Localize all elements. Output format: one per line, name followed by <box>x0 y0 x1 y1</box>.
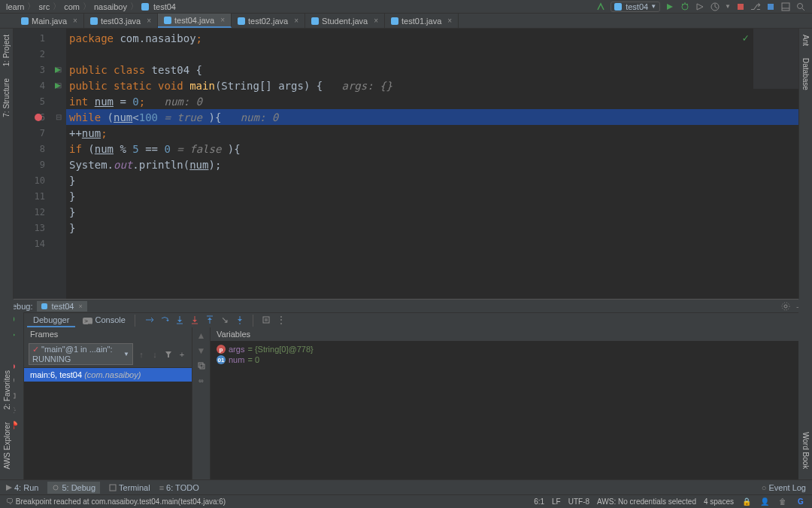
tab-test01[interactable]: test01.java× <box>385 14 459 28</box>
run-gutter-icon[interactable] <box>54 82 62 90</box>
tab-test04[interactable]: test04.java× <box>158 14 232 28</box>
tab-test02[interactable]: test02.java× <box>232 14 305 28</box>
run-config-selector[interactable]: test04 ▼ <box>611 2 660 12</box>
tab-student[interactable]: Student.java× <box>305 14 385 28</box>
evaluate-icon[interactable] <box>261 315 271 325</box>
gutter[interactable]: 1 2 3 4 5 6 7 8 9 10 11 12 13 14 <box>14 29 51 299</box>
lock-icon[interactable]: 🔒 <box>741 497 752 507</box>
run-icon[interactable] <box>665 2 675 12</box>
close-icon[interactable]: × <box>220 16 225 24</box>
current-execution-line: while (num<100 = true ){ num: 0 <box>66 109 798 125</box>
show-exec-icon[interactable] <box>144 315 155 325</box>
stack-frame[interactable]: main:6, test04 (com.nasaiboy) <box>24 368 192 382</box>
btab-run[interactable]: 4: Run <box>6 482 38 494</box>
encoding[interactable]: UTF-8 <box>568 497 589 506</box>
coverage-icon[interactable] <box>695 2 705 12</box>
class-icon <box>21 17 29 25</box>
sidebar-structure[interactable]: 7: Structure <box>2 75 11 120</box>
git-icon[interactable]: ⎇ <box>750 2 761 12</box>
close-icon[interactable]: × <box>73 17 77 25</box>
step-out-icon[interactable] <box>205 315 215 325</box>
inspector-icon[interactable]: 👤 <box>759 497 770 507</box>
sidebar-wordbook[interactable]: Word Book <box>801 429 810 472</box>
variable-row[interactable]: 01 num = 0 <box>217 354 806 365</box>
class-icon <box>391 17 398 25</box>
svg-point-11 <box>784 305 787 308</box>
force-step-into-icon[interactable] <box>189 315 200 325</box>
close-icon[interactable]: × <box>294 17 298 25</box>
cursor-position[interactable]: 6:1 <box>534 497 544 506</box>
svg-rect-40 <box>110 485 116 491</box>
svg-rect-7 <box>782 3 789 11</box>
infinity-icon[interactable]: ∞ <box>196 376 207 386</box>
class-icon <box>164 17 171 24</box>
up-icon[interactable]: ▲ <box>196 330 207 341</box>
trace-icon[interactable]: ⋮ <box>276 315 286 325</box>
line-separator[interactable]: LF <box>552 497 561 506</box>
tab-test03[interactable]: test03.java× <box>84 14 158 28</box>
code-editor[interactable]: 1 2 3 4 5 6 7 8 9 10 11 12 13 14 ⊟ ⊟ ⊟ p… <box>14 29 798 299</box>
status-message: 🗨 Breakpoint reached at com.nasaiboy.tes… <box>6 497 226 506</box>
close-icon[interactable]: × <box>447 17 452 25</box>
breadcrumb-item[interactable]: learn <box>6 2 24 11</box>
minimap[interactable] <box>753 29 798 89</box>
breadcrumb-item[interactable]: com <box>64 2 80 11</box>
console-tab[interactable]: >_Console <box>77 314 131 327</box>
tab-main[interactable]: Main.java× <box>15 14 84 28</box>
gear-icon[interactable] <box>780 301 791 312</box>
close-icon[interactable]: × <box>374 17 378 25</box>
breadcrumb-item[interactable]: nasaiboy <box>94 2 127 11</box>
class-icon <box>90 17 98 25</box>
btab-terminal[interactable]: Terminal <box>109 482 150 494</box>
profile-icon[interactable] <box>710 2 720 12</box>
filter-icon[interactable] <box>163 349 174 360</box>
drop-frame-icon[interactable]: ↘ <box>220 315 230 325</box>
svg-rect-6 <box>768 4 774 10</box>
prev-frame-icon[interactable]: ↑ <box>136 349 147 360</box>
stop-icon[interactable] <box>735 2 746 12</box>
build-icon[interactable] <box>595 2 606 12</box>
debug-icon[interactable] <box>680 2 690 12</box>
breadcrumb-item[interactable]: src <box>38 2 50 11</box>
svg-rect-37 <box>198 363 203 367</box>
step-into-icon[interactable] <box>174 315 185 325</box>
google-icon[interactable]: G <box>795 497 806 507</box>
add-icon[interactable]: + <box>177 349 187 360</box>
debugger-tab[interactable]: Debugger <box>27 314 75 327</box>
run-gutter-icon[interactable] <box>54 66 62 74</box>
tab-label: Student.java <box>322 17 368 26</box>
trash-icon[interactable]: 🗑 <box>777 497 788 507</box>
breakpoint-icon[interactable] <box>35 114 42 121</box>
int-icon: 01 <box>217 355 226 364</box>
btab-debug[interactable]: 5: Debug <box>47 482 100 494</box>
variables-header: Variables <box>211 327 812 341</box>
breadcrumb-file[interactable]: test04 <box>153 2 176 11</box>
variable-row[interactable]: p args = {String[0]@778} <box>217 344 806 354</box>
panel-icon[interactable] <box>780 2 791 12</box>
param-icon: p <box>217 345 226 354</box>
indent[interactable]: 4 spaces <box>704 497 734 506</box>
thread-selector[interactable]: ✓ "main"@1 in ...ain": RUNNING ▼ <box>29 343 133 365</box>
sidebar-aws[interactable]: AWS Explorer <box>3 419 11 472</box>
tab-label: test04.java <box>174 16 214 25</box>
aws-status[interactable]: AWS: No credentials selected <box>597 497 696 506</box>
search-icon[interactable] <box>795 2 806 12</box>
run-to-cursor-icon[interactable] <box>235 315 245 325</box>
debug-session-tab[interactable]: test04 × <box>37 301 86 312</box>
class-icon <box>614 3 622 11</box>
btab-eventlog[interactable]: ○Event Log <box>762 483 806 492</box>
fold-icon[interactable]: ⊟ <box>56 113 62 121</box>
copy-icon[interactable] <box>196 360 207 371</box>
sidebar-project[interactable]: 1: Project <box>2 32 11 69</box>
svg-line-10 <box>802 8 804 11</box>
btab-todo[interactable]: ≡6: TODO <box>159 482 199 494</box>
next-frame-icon[interactable]: ↓ <box>150 349 160 360</box>
step-over-icon[interactable] <box>159 315 170 325</box>
inspection-ok-icon[interactable]: ✓ <box>743 32 749 44</box>
close-icon[interactable]: × <box>147 17 151 25</box>
updates-icon[interactable] <box>765 2 776 12</box>
sidebar-database[interactable]: Database <box>801 55 810 93</box>
sidebar-favorites[interactable]: 2: Favorites <box>3 367 11 412</box>
down-icon[interactable]: ▼ <box>196 345 207 356</box>
sidebar-ant[interactable]: Ant <box>801 32 810 49</box>
